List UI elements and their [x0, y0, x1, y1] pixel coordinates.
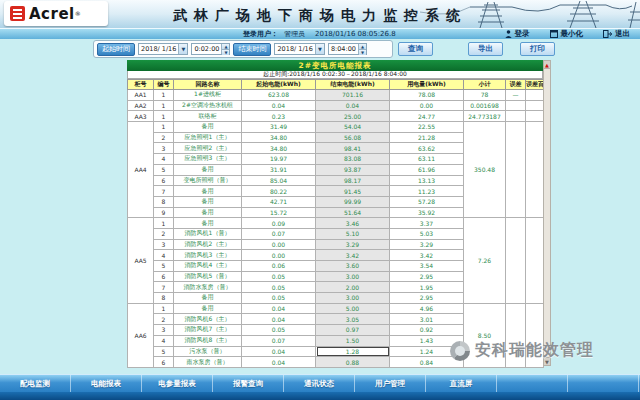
- error-cell[interactable]: —: [506, 90, 526, 101]
- end-energy-cell[interactable]: 3.46: [316, 218, 390, 229]
- nav-item-报警查询[interactable]: 报警查询: [213, 375, 284, 392]
- nav-item-电能报表[interactable]: 电能报表: [71, 375, 142, 392]
- cabinet-cell[interactable]: AA1: [128, 90, 154, 101]
- start-energy-cell[interactable]: 34.80: [242, 143, 316, 154]
- row-number-cell[interactable]: 3: [154, 239, 174, 250]
- circuit-name-cell[interactable]: 备用: [174, 186, 242, 197]
- error-cell[interactable]: [506, 100, 526, 111]
- row-number-cell[interactable]: 2: [154, 314, 174, 325]
- row-number-cell[interactable]: 2: [154, 228, 174, 239]
- end-energy-cell[interactable]: 98.41: [316, 143, 390, 154]
- usage-cell[interactable]: 0.00: [390, 100, 464, 111]
- start-energy-cell[interactable]: 0.04: [242, 303, 316, 314]
- usage-cell[interactable]: 3.54: [390, 261, 464, 272]
- end-energy-cell[interactable]: 51.64: [316, 207, 390, 218]
- circuit-name-cell[interactable]: 消防风机6（主）: [174, 314, 242, 325]
- end-energy-cell[interactable]: 1.50: [316, 335, 390, 346]
- usage-cell[interactable]: 63.62: [390, 143, 464, 154]
- row-number-cell[interactable]: 9: [154, 207, 174, 218]
- start-energy-cell[interactable]: 0.05: [242, 271, 316, 282]
- circuit-name-cell[interactable]: 污水泵（普）: [174, 346, 242, 357]
- end-energy-cell[interactable]: 83.08: [316, 154, 390, 165]
- exit-button[interactable]: 退出: [603, 29, 630, 39]
- row-number-cell[interactable]: 5: [154, 261, 174, 272]
- end-energy-cell[interactable]: 98.17: [316, 175, 390, 186]
- spin-down-icon[interactable]: ▼: [359, 49, 366, 55]
- start-energy-cell[interactable]: 623.08: [242, 90, 316, 101]
- error-percent-cell[interactable]: [526, 111, 544, 122]
- usage-cell[interactable]: 13.13: [390, 175, 464, 186]
- start-energy-cell[interactable]: 0.05: [242, 293, 316, 304]
- usage-cell[interactable]: 1.95: [390, 282, 464, 293]
- row-number-cell[interactable]: 4: [154, 335, 174, 346]
- cabinet-cell[interactable]: AA2: [128, 100, 154, 111]
- start-energy-cell[interactable]: 34.80: [242, 132, 316, 143]
- row-number-cell[interactable]: 5: [154, 164, 174, 175]
- circuit-name-cell[interactable]: 备用: [174, 164, 242, 175]
- usage-cell[interactable]: 5.03: [390, 228, 464, 239]
- row-number-cell[interactable]: 8: [154, 293, 174, 304]
- end-energy-cell[interactable]: 56.08: [316, 132, 390, 143]
- circuit-name-cell[interactable]: 备用: [174, 293, 242, 304]
- end-energy-cell[interactable]: 93.87: [316, 164, 390, 175]
- error-cell[interactable]: [506, 218, 526, 304]
- cabinet-cell[interactable]: AA5: [128, 218, 154, 304]
- start-energy-cell[interactable]: 80.22: [242, 186, 316, 197]
- circuit-name-cell[interactable]: 消防风机4（主）: [174, 261, 242, 272]
- start-energy-cell[interactable]: 0.00: [242, 250, 316, 261]
- nav-item-用户管理[interactable]: 用户管理: [355, 375, 426, 392]
- circuit-name-cell[interactable]: 雨水泵房（普）: [174, 357, 242, 368]
- end-energy-cell[interactable]: 0.88: [316, 357, 390, 368]
- circuit-name-cell[interactable]: 备用: [174, 218, 242, 229]
- nav-item-配电监测[interactable]: 配电监测: [0, 375, 71, 392]
- circuit-name-cell[interactable]: 备用: [174, 122, 242, 133]
- end-energy-cell[interactable]: 3.60: [316, 261, 390, 272]
- minimize-button[interactable]: 最小化: [550, 29, 584, 39]
- start-time-button[interactable]: 起始时间: [97, 43, 135, 56]
- usage-cell[interactable]: 3.01: [390, 314, 464, 325]
- row-number-cell[interactable]: 7: [154, 186, 174, 197]
- login-button[interactable]: 登录: [505, 29, 530, 39]
- subtotal-cell[interactable]: 24.773187: [464, 111, 506, 122]
- nav-item-直流屏[interactable]: 直流屏: [426, 375, 497, 392]
- row-number-cell[interactable]: 6: [154, 357, 174, 368]
- start-energy-cell[interactable]: 0.04: [242, 314, 316, 325]
- start-date-select[interactable]: 2018/ 1/16 ▼: [138, 43, 188, 55]
- nav-item-通讯状态[interactable]: 通讯状态: [284, 375, 355, 392]
- usage-cell[interactable]: 3.29: [390, 239, 464, 250]
- start-energy-cell[interactable]: 0.04: [242, 100, 316, 111]
- end-time-button[interactable]: 结束时间: [233, 43, 271, 56]
- usage-cell[interactable]: 2.95: [390, 271, 464, 282]
- usage-cell[interactable]: 22.55: [390, 122, 464, 133]
- start-energy-cell[interactable]: 15.72: [242, 207, 316, 218]
- end-energy-cell[interactable]: 3.05: [316, 314, 390, 325]
- subtotal-cell[interactable]: 7.26: [464, 218, 506, 304]
- circuit-name-cell[interactable]: 备用: [174, 196, 242, 207]
- circuit-name-cell[interactable]: 应急照明3（主）: [174, 154, 242, 165]
- circuit-name-cell[interactable]: 消防风机8（主）: [174, 335, 242, 346]
- end-time-spinner[interactable]: 8:04:00 ▲▼: [328, 43, 367, 55]
- row-number-cell[interactable]: 7: [154, 282, 174, 293]
- usage-cell[interactable]: 11.23: [390, 186, 464, 197]
- scroll-up-icon[interactable]: ▲: [544, 61, 550, 69]
- chevron-down-icon[interactable]: ▼: [178, 44, 187, 54]
- end-energy-cell[interactable]: 3.29: [316, 239, 390, 250]
- row-number-cell[interactable]: 2: [154, 132, 174, 143]
- row-number-cell[interactable]: 6: [154, 271, 174, 282]
- start-energy-cell[interactable]: 0.00: [242, 239, 316, 250]
- start-energy-cell[interactable]: 0.23: [242, 111, 316, 122]
- usage-cell[interactable]: 78.08: [390, 90, 464, 101]
- end-energy-cell[interactable]: 3.00: [316, 271, 390, 282]
- end-energy-cell[interactable]: 3.42: [316, 250, 390, 261]
- circuit-name-cell[interactable]: 应急照明1（主）: [174, 132, 242, 143]
- circuit-name-cell[interactable]: 消防水泵房（普）: [174, 282, 242, 293]
- error-percent-cell[interactable]: [526, 90, 544, 101]
- error-cell[interactable]: [506, 122, 526, 218]
- start-energy-cell[interactable]: 31.91: [242, 164, 316, 175]
- usage-cell[interactable]: 4.96: [390, 303, 464, 314]
- row-number-cell[interactable]: 1: [154, 303, 174, 314]
- end-energy-cell[interactable]: 54.04: [316, 122, 390, 133]
- nav-item-电参量报表[interactable]: 电参量报表: [142, 375, 213, 392]
- end-energy-cell[interactable]: 2.00: [316, 282, 390, 293]
- end-energy-cell[interactable]: 5.10: [316, 228, 390, 239]
